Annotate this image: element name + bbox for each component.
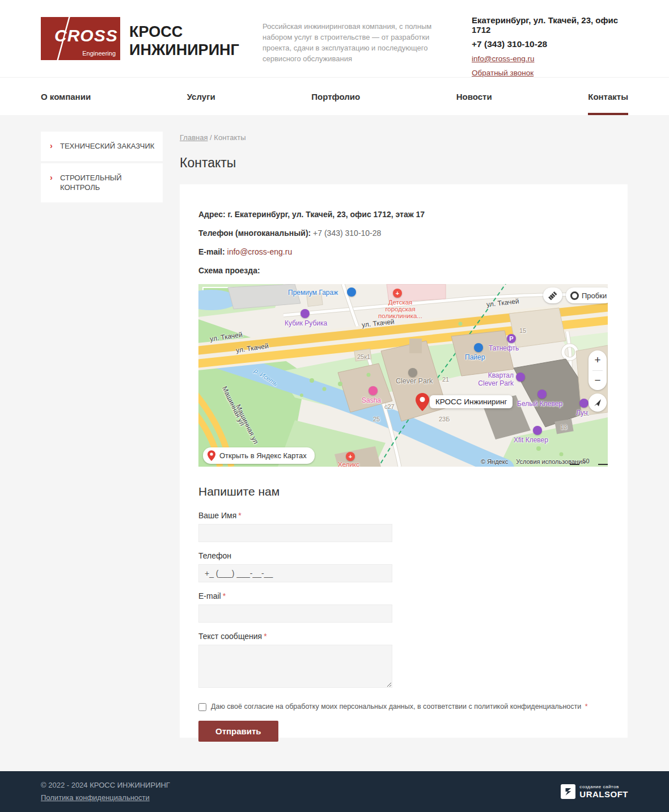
poi-label[interactable]: Кубик Рубика bbox=[285, 319, 327, 327]
chevron-right-icon: › bbox=[50, 172, 53, 183]
zoom-out-button[interactable]: − bbox=[588, 371, 607, 391]
logo-brand-text: CROSS bbox=[54, 26, 118, 45]
site-header: CROSS Engineering КРОСС ИНЖИНИРИНГ Росси… bbox=[0, 0, 669, 78]
poi-label[interactable]: Татнефть bbox=[489, 344, 519, 352]
sidebar-item-tech-customer[interactable]: › ТЕХНИЧЕСКИЙ ЗАКАЗЧИК bbox=[41, 132, 163, 161]
traffic-button-label: Пробки bbox=[582, 291, 607, 300]
poi-label[interactable]: Clever Park bbox=[396, 377, 433, 385]
building-number: 21 bbox=[442, 376, 449, 383]
zoom-controls: + − bbox=[588, 350, 607, 390]
ruler-button[interactable] bbox=[543, 287, 562, 303]
phone-line: Телефон (многоканальный): +7 (343) 310-1… bbox=[198, 228, 609, 239]
required-mark: * bbox=[585, 703, 588, 710]
poi-label[interactable]: Премиум Гараж bbox=[288, 289, 338, 297]
header-phone: +7 (343) 310-10-28 bbox=[472, 39, 636, 49]
site-title: КРОСС ИНЖИНИРИНГ bbox=[129, 23, 248, 60]
luch-icon bbox=[579, 399, 588, 408]
poi-label[interactable]: Детская городская поликлиника... bbox=[374, 299, 426, 319]
map-label-line: Схема проезда: bbox=[198, 265, 609, 276]
breadcrumb-home-link[interactable]: Главная bbox=[180, 133, 208, 142]
breadcrumb-separator: / bbox=[210, 133, 212, 142]
navigation-arrow-icon bbox=[593, 398, 602, 407]
fitness-icon bbox=[533, 426, 542, 435]
nav-item-services[interactable]: Услуги bbox=[187, 78, 215, 115]
scale-bar-right bbox=[598, 464, 608, 465]
open-in-yandex-button[interactable]: Открыть в Яндекс Картах bbox=[203, 447, 315, 464]
sidebar-item-construction-control[interactable]: › СТРОИТЕЛЬНЫЙ КОНТРОЛЬ bbox=[41, 163, 163, 202]
locate-button[interactable] bbox=[588, 394, 607, 412]
poi-label[interactable]: Xfit Клевер bbox=[514, 436, 548, 444]
poi-label[interactable]: Белый Клевер bbox=[517, 400, 562, 408]
poi-label[interactable]: Sasha bbox=[362, 396, 381, 404]
breadcrumb: Главная / Контакты bbox=[180, 133, 628, 142]
privacy-policy-link[interactable]: Политика конфиденциальности bbox=[41, 793, 150, 802]
company-marker-label[interactable]: КРОСС Инжиниринг bbox=[430, 395, 513, 408]
nav-item-news[interactable]: Новости bbox=[456, 78, 492, 115]
kvartal-icon bbox=[516, 373, 525, 382]
header-email-link[interactable]: info@cross-eng.ru bbox=[472, 54, 535, 63]
poi-label[interactable]: Пайер bbox=[465, 353, 485, 361]
logo-sub-text: Engineering bbox=[82, 50, 116, 57]
contact-form: Ваше Имя* Телефон E-mail* Текст сообщени… bbox=[198, 511, 609, 742]
hotel-icon bbox=[537, 390, 547, 399]
yandex-map[interactable]: ул. Ткачей ул. Ткачей ул. Ткачей ул. Тка… bbox=[198, 284, 608, 467]
company-logo[interactable]: CROSS Engineering bbox=[41, 17, 120, 60]
map-scale: 50 м bbox=[570, 458, 608, 467]
email-label: E-mail: bbox=[198, 247, 225, 256]
map-label: Схема проезда: bbox=[198, 266, 260, 275]
scale-value: 50 м bbox=[582, 458, 595, 467]
name-label: Ваше Имя* bbox=[198, 511, 609, 520]
building-number: с27 bbox=[384, 403, 395, 410]
poi-label[interactable]: Хеликс bbox=[338, 461, 359, 467]
zoom-in-button[interactable]: + bbox=[588, 350, 607, 370]
phone-value: +7 (343) 310-10-28 bbox=[313, 229, 381, 238]
chevron-right-icon: › bbox=[50, 141, 53, 151]
consent-checkbox[interactable] bbox=[198, 703, 206, 711]
address-label: Адрес: bbox=[198, 210, 226, 219]
building-number: 13 bbox=[560, 424, 567, 430]
building-number: 25к1 bbox=[357, 353, 370, 360]
uralsoft-text: создание сайтов URALSOFT bbox=[579, 784, 628, 799]
building-number: 15 bbox=[519, 327, 526, 334]
main-area: › ТЕХНИЧЕСКИЙ ЗАКАЗЧИК › СТРОИТЕЛЬНЫЙ КО… bbox=[0, 115, 669, 771]
address-line: Адрес: г. Екатеринбург, ул. Ткачей, 23, … bbox=[198, 209, 609, 220]
required-mark: * bbox=[238, 511, 241, 520]
nav-item-contacts[interactable]: Контакты bbox=[588, 78, 628, 115]
poi-label[interactable]: Квартал Clever Park bbox=[474, 371, 514, 387]
submit-button[interactable]: Отправить bbox=[198, 721, 278, 742]
poi-label[interactable]: Луч bbox=[576, 409, 587, 417]
parking-icon: P bbox=[507, 334, 516, 343]
message-textarea[interactable] bbox=[198, 645, 392, 688]
consent-row: Даю своё согласие на обработку моих перс… bbox=[198, 703, 609, 711]
address-value: г. Екатеринбург, ул. Ткачей, 23, офис 17… bbox=[228, 210, 425, 219]
uralsoft-name: URALSOFT bbox=[579, 789, 628, 799]
uralsoft-logo[interactable]: создание сайтов URALSOFT bbox=[561, 784, 628, 799]
uralsoft-logo-icon bbox=[561, 784, 575, 799]
sidebar-item-label: СТРОИТЕЛЬНЫЙ КОНТРОЛЬ bbox=[60, 174, 122, 192]
company-description: Российская инжиниринговая компания, с по… bbox=[262, 22, 433, 64]
email-input[interactable] bbox=[198, 604, 392, 623]
nav-item-portfolio[interactable]: Портфолио bbox=[311, 78, 360, 115]
open-in-yandex-label: Открыть в Яндекс Картах bbox=[219, 451, 307, 460]
uralsoft-tagline: создание сайтов bbox=[579, 784, 628, 789]
nav-item-about[interactable]: О компании bbox=[41, 78, 91, 115]
email-line: E-mail: info@cross-eng.ru bbox=[198, 247, 609, 257]
building-number: 23Б bbox=[439, 416, 450, 422]
traffic-button[interactable]: Пробки bbox=[566, 287, 608, 303]
phone-input[interactable] bbox=[198, 564, 392, 582]
form-heading: Напишите нам bbox=[198, 485, 609, 498]
scale-bar-left bbox=[570, 464, 579, 465]
map-pin-icon[interactable] bbox=[416, 393, 429, 411]
message-label: Текст сообщения* bbox=[198, 632, 609, 641]
callback-link[interactable]: Обратный звонок bbox=[472, 69, 533, 77]
site-footer: © 2022 - 2024 КРОСС ИНЖИНИРИНГ Политика … bbox=[0, 771, 669, 812]
name-input[interactable] bbox=[198, 524, 392, 542]
yandex-copyright: © Яндекс bbox=[481, 458, 508, 465]
email-link[interactable]: info@cross-eng.ru bbox=[227, 247, 293, 256]
sidebar: › ТЕХНИЧЕСКИЙ ЗАКАЗЧИК › СТРОИТЕЛЬНЫЙ КО… bbox=[41, 132, 163, 205]
phone-label: Телефон bbox=[198, 551, 609, 560]
traffic-light-icon bbox=[570, 291, 579, 300]
helix-plus-icon: + bbox=[346, 452, 355, 461]
required-mark: * bbox=[223, 591, 226, 600]
header-address: Екатеринбург, ул. Ткачей, 23, офис 1712 bbox=[472, 15, 636, 35]
